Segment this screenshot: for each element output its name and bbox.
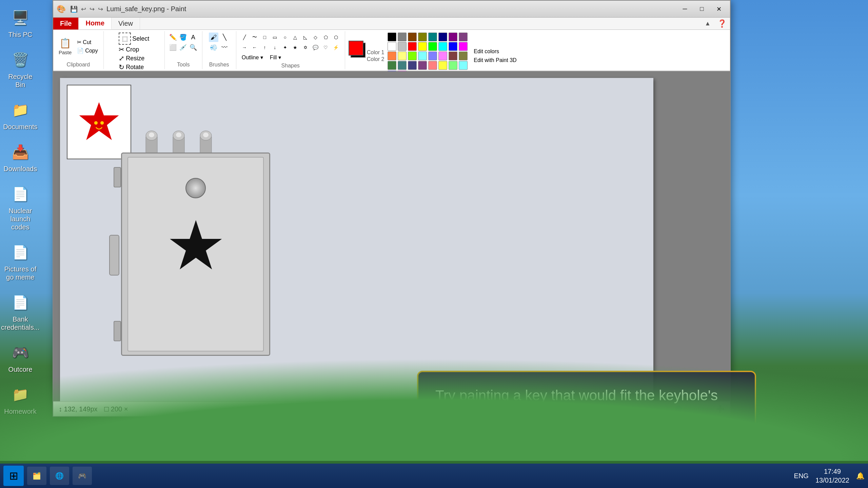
color-swatch-3[interactable] [418, 33, 427, 41]
color-swatch-1[interactable] [398, 33, 407, 41]
fill-tool[interactable]: 🪣 [178, 33, 188, 42]
sidebar-item-outcore[interactable]: 🎮 Outcore [3, 342, 37, 373]
color-swatch-21[interactable] [438, 52, 447, 60]
color-swatch-2[interactable] [408, 33, 417, 41]
select-button[interactable]: ⬚ [119, 33, 131, 45]
paste-button[interactable]: 📋 Paste [57, 36, 74, 57]
shape-right-tri[interactable]: ◺ [301, 33, 310, 42]
tab-view[interactable]: View [112, 18, 140, 29]
canvas-area[interactable]: ★ [53, 71, 730, 401]
color-swatch-19[interactable] [418, 52, 427, 60]
shape-ellipse[interactable]: ○ [280, 33, 290, 42]
zoom-in-button[interactable]: ➕ [716, 405, 725, 413]
magnifier-tool[interactable]: 🔍 [189, 43, 198, 52]
shape-line[interactable]: ╱ [240, 33, 249, 42]
shape-arrow-l[interactable]: ← [250, 43, 259, 52]
airbrush-tool[interactable]: 💨 [209, 43, 218, 52]
shape-arrow-d[interactable]: ↓ [270, 43, 280, 52]
tab-home[interactable]: Home [79, 18, 112, 29]
taskbar-notifications[interactable]: 🔔 [856, 472, 865, 480]
shape-rect[interactable]: □ [260, 33, 270, 42]
color-swatch-12[interactable] [428, 42, 437, 51]
fill-button[interactable]: Fill ▾ [268, 54, 283, 61]
color-swatch-22[interactable] [449, 52, 457, 60]
color-swatch-23[interactable] [459, 52, 468, 60]
sidebar-item-pictures[interactable]: 📄 Pictures of go meme [3, 241, 37, 281]
color-swatch-16[interactable] [388, 52, 396, 60]
calligraphy-tool[interactable]: ╲ [220, 33, 229, 42]
color1-box[interactable] [349, 41, 363, 56]
color-swatch-27[interactable] [418, 61, 427, 70]
cut-button[interactable]: ✂ Cut [75, 38, 100, 46]
color-swatch-29[interactable] [438, 61, 447, 70]
color-swatch-26[interactable] [408, 61, 417, 70]
taskbar-browser[interactable]: 🌐 [50, 467, 69, 485]
zoom-out-button[interactable]: ➖ [633, 405, 642, 413]
color-swatch-4[interactable] [428, 33, 437, 41]
taskbar-explorer[interactable]: 🗂️ [27, 467, 46, 485]
color-swatch-0[interactable] [388, 33, 396, 41]
crop-icon[interactable]: ✂ [119, 45, 124, 54]
text-tool[interactable]: A [189, 33, 198, 42]
color-swatch-14[interactable] [449, 42, 457, 51]
sidebar-item-nuclear[interactable]: 📄 Nuclear launch codes [3, 183, 37, 231]
maximize-button[interactable]: □ [694, 3, 710, 15]
ribbon-help[interactable]: ❓ [714, 18, 730, 29]
shape-hex[interactable]: ⬡ [331, 33, 341, 42]
color-swatch-15[interactable] [459, 42, 468, 51]
sidebar-item-bank[interactable]: 📄 Bank credentials... [3, 291, 37, 331]
shape-lightning[interactable]: ⚡ [331, 43, 341, 52]
color-swatch-28[interactable] [428, 61, 437, 70]
color-swatch-8[interactable] [388, 42, 396, 51]
minimize-button[interactable]: ─ [677, 3, 693, 15]
color-swatch-31[interactable] [459, 61, 468, 70]
shape-triangle[interactable]: △ [291, 33, 300, 42]
resize-icon[interactable]: ⤢ [119, 54, 124, 62]
shape-pentagon[interactable]: ⬠ [321, 33, 331, 42]
color-swatch-10[interactable] [408, 42, 417, 51]
color-swatch-7[interactable] [459, 33, 468, 41]
eraser-tool[interactable]: ⬜ [168, 43, 178, 52]
color-swatch-5[interactable] [438, 33, 447, 41]
rotate-icon[interactable]: ↻ [119, 63, 124, 71]
color-swatch-30[interactable] [449, 61, 457, 70]
quick-access-redo[interactable]: ↪ [90, 5, 95, 13]
copy-button[interactable]: 📄 Copy [75, 47, 100, 55]
color-swatch-17[interactable] [398, 52, 407, 60]
edit-colors-button[interactable]: Edit colors [472, 48, 518, 55]
shape-star5[interactable]: ★ [291, 43, 300, 52]
paint-canvas[interactable]: ★ [60, 78, 653, 401]
shape-diamond[interactable]: ◇ [311, 33, 320, 42]
color-swatch-18[interactable] [408, 52, 417, 60]
sidebar-item-downloads[interactable]: 📥 Downloads [3, 141, 37, 173]
sidebar-item-homework[interactable]: 📁 Homework [3, 384, 37, 415]
shape-heart[interactable]: ♡ [321, 43, 331, 52]
shape-arrow-r[interactable]: → [240, 43, 249, 52]
shape-star6[interactable]: ✡ [301, 43, 310, 52]
sidebar-item-this-pc[interactable]: 🖥️ This PC [3, 7, 37, 39]
color-swatch-24[interactable] [388, 61, 396, 70]
oil-brush-tool[interactable]: 〰 [220, 43, 229, 52]
taskbar-game[interactable]: 🎮 [73, 467, 92, 485]
shape-rect-round[interactable]: ▭ [270, 33, 280, 42]
close-button[interactable]: ✕ [711, 3, 727, 15]
quick-access-save[interactable]: 💾 [70, 5, 78, 13]
picker-tool[interactable]: 💉 [178, 43, 188, 52]
tab-file[interactable]: File [53, 18, 79, 29]
sidebar-item-documents[interactable]: 📁 Documents [3, 99, 37, 131]
color-swatch-11[interactable] [418, 42, 427, 51]
color-swatch-9[interactable] [398, 42, 407, 51]
color-swatch-20[interactable] [428, 52, 437, 60]
brush-tool[interactable]: 🖌 [209, 33, 218, 42]
shape-callout[interactable]: 💬 [311, 43, 320, 52]
sidebar-item-recycle-bin[interactable]: 🗑️ Recycle Bin [3, 49, 37, 89]
shape-star4[interactable]: ✦ [280, 43, 290, 52]
quick-access-undo[interactable]: ↩ [81, 5, 86, 13]
start-button[interactable]: ⊞ [3, 466, 24, 486]
color-swatch-13[interactable] [438, 42, 447, 51]
color-swatch-25[interactable] [398, 61, 407, 70]
outline-button[interactable]: Outline ▾ [240, 54, 265, 61]
quick-access-redo2[interactable]: ↪ [98, 5, 103, 13]
edit-paint3d-button[interactable]: Edit with Paint 3D [472, 57, 518, 64]
shape-curve[interactable]: 〜 [250, 33, 259, 42]
